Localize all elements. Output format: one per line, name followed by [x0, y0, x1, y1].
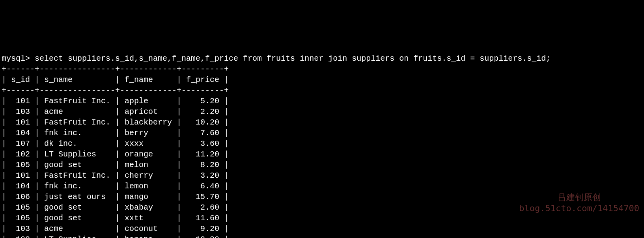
table-header-row: | s_id | s_name | f_name | f_price | — [2, 75, 229, 84]
mysql-prompt: mysql> — [2, 54, 35, 63]
table-data-rows: | 101 | FastFruit Inc. | apple | 5.20 | … — [2, 97, 229, 238]
watermark-line2: blog.51cto.com/14154700 — [519, 203, 639, 213]
watermark-line1: 吕建钊原创 — [558, 192, 601, 202]
table-border-top: +------+----------------+------------+--… — [2, 65, 229, 74]
sql-query: select suppliers.s_id,s_name,f_name,f_pr… — [35, 54, 551, 63]
watermark: 吕建钊原创 blog.51cto.com/14154700 — [519, 180, 639, 214]
table-border-mid: +------+----------------+------------+--… — [2, 86, 229, 95]
